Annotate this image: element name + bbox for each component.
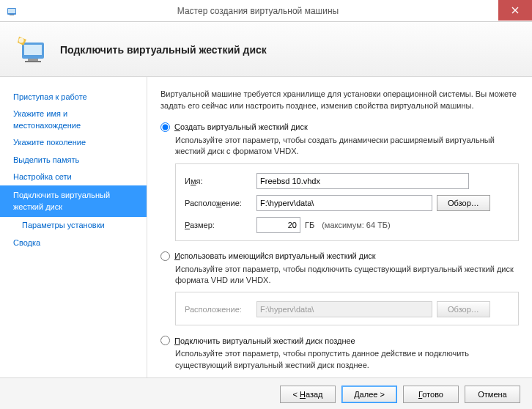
radio-existing-label[interactable]: Использовать имеющийся виртуальный жестк… — [160, 251, 519, 261]
svg-rect-5 — [28, 59, 38, 61]
svg-point-8 — [19, 38, 24, 43]
sidebar-item-install-options[interactable]: Параметры установки — [0, 217, 147, 234]
wizard-icon — [15, 32, 50, 67]
wizard-header: Подключить виртуальный жесткий диск — [0, 22, 532, 77]
page-title: Подключить виртуальный жесткий диск — [60, 44, 267, 56]
sidebar-item-name-location[interactable]: Укажите имя и местонахождение — [0, 106, 147, 134]
sidebar-item-generation[interactable]: Укажите поколение — [0, 134, 147, 151]
create-fields: Имя: Расположение: Обзор… Размер: ГБ (ма… — [175, 163, 519, 241]
back-button[interactable]: < Назад — [280, 386, 336, 403]
sidebar-item-summary[interactable]: Сводка — [0, 235, 147, 251]
app-icon — [6, 5, 18, 17]
opt3-label-tail: одключить виртуальный жесткий диск поздн… — [180, 336, 355, 345]
existing-location-input — [256, 301, 432, 317]
sidebar-item-start[interactable]: Приступая к работе — [0, 89, 147, 106]
svg-rect-4 — [24, 45, 42, 55]
existing-browse-button: Обзор… — [437, 301, 490, 317]
opt3-desc: Используйте этот параметр, чтобы пропуст… — [175, 348, 519, 371]
svg-rect-2 — [10, 15, 14, 15]
wizard-footer: < Назад Далее > Готово Отмена — [0, 377, 532, 409]
sidebar-item-network[interactable]: Настройка сети — [0, 169, 147, 185]
location-label: Расположение: — [185, 199, 252, 207]
location-input[interactable] — [256, 195, 432, 211]
name-label: Имя: — [185, 177, 252, 185]
size-unit: ГБ — [305, 221, 314, 229]
opt1-desc: Используйте этот параметр, чтобы создать… — [175, 135, 519, 158]
radio-later[interactable] — [160, 336, 170, 345]
size-hint: (максимум: 64 ТБ) — [322, 221, 391, 229]
cancel-button[interactable]: Отмена — [465, 386, 520, 403]
size-input[interactable] — [256, 217, 300, 233]
close-button[interactable] — [498, 0, 532, 21]
titlebar: Мастер создания виртуальной машины — [0, 0, 532, 22]
intro-text: Виртуальной машине требуется хранилище д… — [160, 89, 519, 112]
opt1-label-tail: оздать виртуальный жесткий диск — [180, 122, 308, 131]
radio-existing[interactable] — [160, 251, 170, 261]
opt2-label-tail: спользовать имеющийся виртуальный жестки… — [180, 251, 376, 260]
existing-fields: Расположение: Обзор… — [175, 292, 519, 325]
sidebar-item-memory[interactable]: Выделить память — [0, 152, 147, 169]
opt2-desc: Используйте этот параметр, чтобы подключ… — [175, 264, 519, 287]
content-area: Виртуальной машине требуется хранилище д… — [147, 77, 532, 377]
existing-location-label: Расположение: — [185, 305, 252, 314]
svg-rect-1 — [8, 9, 15, 13]
window-title: Мастер создания виртуальной машины — [18, 6, 498, 16]
option-attach-later: Подключить виртуальный жесткий диск позд… — [160, 336, 519, 371]
radio-create-label[interactable]: Создать виртуальный жесткий диск — [160, 122, 519, 132]
option-use-existing: Использовать имеющийся виртуальный жестк… — [160, 251, 519, 326]
browse-button[interactable]: Обзор… — [437, 195, 490, 211]
radio-create[interactable] — [160, 122, 170, 132]
name-input[interactable] — [256, 173, 469, 189]
svg-rect-6 — [25, 61, 41, 62]
radio-later-label[interactable]: Подключить виртуальный жесткий диск позд… — [160, 336, 519, 345]
option-create-disk: Создать виртуальный жесткий диск Использ… — [160, 122, 519, 241]
size-label: Размер: — [185, 221, 252, 229]
sidebar-nav: Приступая к работе Укажите имя и местона… — [0, 77, 147, 377]
sidebar-item-virtual-disk[interactable]: Подключить виртуальный жесткий диск — [0, 185, 147, 217]
next-button[interactable]: Далее > — [341, 386, 397, 403]
finish-button[interactable]: Готово — [403, 386, 459, 403]
